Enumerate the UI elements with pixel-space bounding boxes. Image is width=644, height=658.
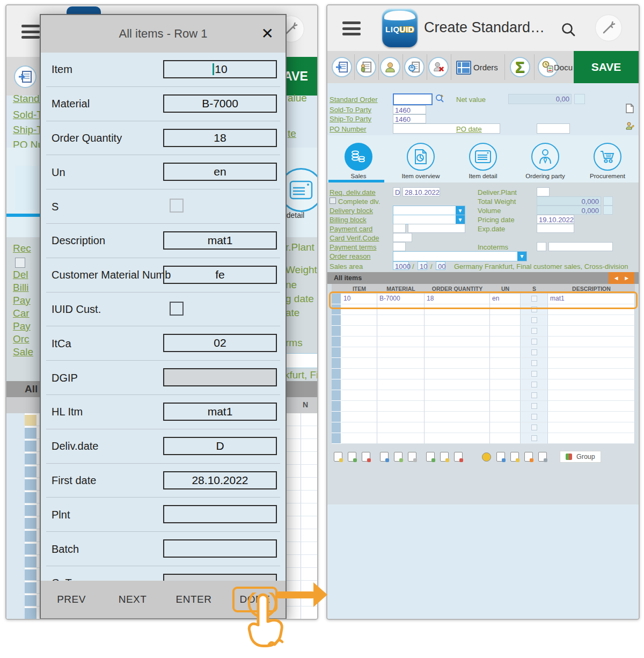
sales-area-org[interactable]: 1000 — [393, 261, 409, 270]
table-row[interactable] — [332, 337, 635, 347]
bg-row-selector[interactable] — [25, 415, 36, 426]
table-row[interactable] — [332, 379, 635, 390]
orders-label[interactable]: Orders — [473, 63, 498, 72]
payment-terms-input[interactable] — [393, 242, 406, 251]
material-input[interactable]: B-7000 — [163, 94, 277, 113]
row-selector[interactable] — [332, 433, 341, 444]
incoterms-text-input[interactable] — [548, 242, 613, 251]
edit-doc-icon[interactable] — [510, 452, 519, 462]
s-checkbox[interactable] — [531, 382, 537, 388]
deliver-plant-input[interactable] — [537, 187, 550, 196]
menu-icon[interactable] — [342, 21, 361, 35]
iuid-cust-checkbox[interactable] — [170, 302, 184, 316]
table-row[interactable] — [332, 358, 635, 369]
stack-icon[interactable] — [538, 452, 547, 462]
card-verif-input[interactable] — [393, 233, 412, 242]
payment-card-number-input[interactable] — [408, 224, 465, 233]
item-input[interactable]: 10 — [163, 60, 277, 78]
customer-icon[interactable] — [380, 57, 400, 77]
partners-icon[interactable] — [496, 452, 505, 462]
payment-card-label[interactable]: Payment card — [330, 225, 372, 233]
req-deliv-date-field[interactable]: 28.10.2022 — [402, 187, 440, 196]
payment-card-type-input[interactable] — [393, 224, 406, 233]
s-checkbox[interactable] — [531, 349, 537, 355]
search-icon[interactable] — [560, 21, 576, 40]
sigma-icon[interactable]: Σ — [510, 57, 530, 77]
cut-row-icon[interactable] — [408, 452, 416, 462]
incoterms-code-input[interactable] — [537, 242, 546, 251]
s-checkbox[interactable] — [531, 435, 537, 441]
req-deliv-type-field[interactable]: D — [393, 187, 400, 196]
table-row[interactable] — [332, 315, 635, 326]
standard-order-label[interactable]: Standard Order — [330, 96, 378, 104]
row-selector[interactable] — [332, 304, 341, 315]
row-selector[interactable] — [332, 358, 341, 369]
schedule-icon[interactable] — [482, 452, 491, 462]
s-cell[interactable] — [521, 379, 548, 390]
first-date-input[interactable]: 28.10.2022 — [163, 471, 277, 489]
table-pager[interactable]: ◄► — [609, 272, 634, 284]
propose-items-icon[interactable] — [426, 452, 435, 462]
menu-icon[interactable] — [21, 25, 40, 39]
po-number-input[interactable] — [393, 123, 500, 134]
tab-procurement[interactable]: Procurement — [576, 135, 639, 182]
s-cell[interactable] — [521, 304, 548, 315]
row-selector[interactable] — [332, 337, 341, 347]
description-input[interactable]: mat1 — [163, 231, 277, 250]
payment-terms-label[interactable]: Payment terms — [330, 243, 376, 251]
table-row-1[interactable]: 10 B-7000 18 en mat1 — [332, 294, 635, 304]
table-row[interactable] — [332, 433, 635, 444]
table-row[interactable] — [332, 390, 635, 401]
bg-row-selector[interactable] — [25, 479, 36, 490]
order-reason-label[interactable]: Order reason — [330, 252, 371, 260]
bg-row-selector[interactable] — [25, 518, 36, 529]
po-date-input[interactable] — [537, 123, 570, 134]
create-order-icon[interactable] — [332, 57, 352, 77]
bg-order-reason-field[interactable] — [284, 353, 317, 368]
un-input[interactable]: en — [163, 163, 277, 181]
delivery-block-dropdown[interactable]: ▼ — [393, 206, 465, 215]
s-cell[interactable] — [521, 294, 548, 304]
table-row[interactable] — [332, 304, 635, 315]
bg-row-selector[interactable] — [25, 466, 36, 477]
s-cell[interactable] — [521, 433, 548, 444]
sold-to-label[interactable]: Sold-To Party — [330, 106, 371, 114]
group-button[interactable]: Group — [560, 451, 601, 463]
s-checkbox[interactable] — [531, 371, 537, 377]
reject-icon[interactable] — [454, 452, 463, 462]
bg-row-selector[interactable] — [25, 608, 36, 619]
s-checkbox[interactable] — [531, 339, 537, 345]
complete-dlv-checkbox[interactable] — [330, 198, 336, 204]
plnt-input[interactable] — [163, 505, 277, 523]
tab-sales[interactable]: Sales — [327, 135, 390, 182]
create-order-icon[interactable] — [14, 65, 36, 88]
row-selector[interactable] — [332, 379, 341, 390]
delete-order-icon[interactable] — [428, 57, 449, 77]
bg-row-selector[interactable] — [25, 557, 36, 567]
row-selector[interactable] — [332, 390, 341, 401]
s-cell[interactable] — [521, 390, 548, 401]
po-date-label[interactable]: PO date — [456, 125, 482, 133]
s-cell[interactable] — [521, 412, 548, 422]
row-selector[interactable] — [332, 347, 341, 358]
orders-grid-icon[interactable] — [456, 61, 471, 75]
row-selector[interactable] — [332, 412, 341, 422]
req-deliv-label[interactable]: Req. deliv.date — [330, 188, 376, 196]
bg-row-selector[interactable] — [25, 492, 36, 503]
s-checkbox[interactable] — [531, 414, 537, 420]
s-checkbox[interactable] — [531, 392, 537, 398]
hl-itm-input[interactable]: mat1 — [163, 403, 277, 421]
ship-to-label[interactable]: Ship-To Party — [330, 115, 371, 123]
bg-row-selector[interactable] — [25, 531, 36, 542]
bg-row-selector[interactable] — [25, 569, 36, 580]
close-icon[interactable]: ✕ — [261, 25, 274, 42]
bg-row-selector[interactable] — [25, 544, 36, 554]
s-cell[interactable] — [521, 326, 548, 337]
s-cell[interactable] — [521, 347, 548, 358]
table-row[interactable] — [332, 401, 635, 412]
save-button[interactable]: SAVE — [574, 51, 639, 83]
search-help-icon[interactable] — [435, 93, 444, 105]
copy-row-icon[interactable] — [380, 452, 389, 462]
table-row[interactable] — [332, 412, 635, 422]
bg-row-selector[interactable] — [25, 428, 36, 438]
